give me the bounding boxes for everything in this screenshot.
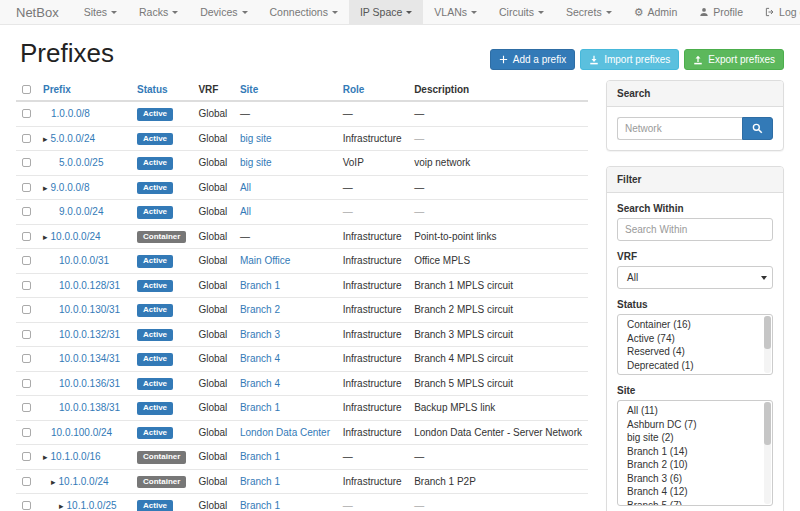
expand-caret-icon[interactable]: ▸ [59,501,64,511]
row-checkbox[interactable] [22,403,31,412]
row-checkbox[interactable] [22,379,31,388]
nav-item-profile[interactable]: Profile [688,0,754,24]
row-checkbox[interactable] [22,134,31,143]
scrollbar-track[interactable] [764,402,771,504]
nav-item-label: Racks [139,6,168,18]
listbox-option[interactable]: Container (16) [618,318,772,332]
import-prefixes-button[interactable]: Import prefixes [580,49,679,70]
description-value: voip network [414,157,470,168]
nav-item-admin[interactable]: ⚙Admin [623,0,689,24]
brand-logo[interactable]: NetBox [0,0,73,24]
prefix-link[interactable]: 10.0.0.128/31 [59,280,120,291]
listbox-option[interactable]: Branch 3 (6) [618,472,772,486]
prefix-link[interactable]: 10.1.0.0/25 [67,500,117,511]
column-header-role[interactable]: Role [337,79,408,101]
site-link[interactable]: Branch 4 [240,378,280,389]
site-listbox[interactable]: All (11)Ashburn DC (7)big site (2)Branch… [617,400,773,506]
row-checkbox[interactable] [22,354,31,363]
row-checkbox[interactable] [22,158,31,167]
prefix-link[interactable]: 10.0.0.136/31 [59,378,120,389]
column-header-site[interactable]: Site [234,79,337,101]
scrollbar-track[interactable] [764,316,771,373]
site-link[interactable]: Branch 1 [240,500,280,511]
search-button[interactable] [742,117,773,140]
prefix-link[interactable]: 10.0.0.130/31 [59,304,120,315]
site-link[interactable]: Branch 1 [240,402,280,413]
row-checkbox[interactable] [22,330,31,339]
nav-item-vlans[interactable]: VLANs [423,0,488,24]
expand-caret-icon[interactable]: ▸ [51,477,56,487]
nav-item-connections[interactable]: Connections [259,0,349,24]
listbox-option[interactable]: Deprecated (1) [618,359,772,373]
scrollbar-thumb[interactable] [764,316,771,349]
expand-caret-icon[interactable]: ▸ [43,183,48,193]
listbox-option[interactable]: big site (2) [618,431,772,445]
expand-caret-icon[interactable]: ▸ [43,452,48,462]
prefix-link[interactable]: 10.1.0.0/24 [59,476,109,487]
site-link[interactable]: Main Office [240,255,290,266]
listbox-option[interactable]: Ashburn DC (7) [618,418,772,432]
site-link[interactable]: Branch 1 [240,476,280,487]
row-checkbox[interactable] [22,256,31,265]
nav-item-circuits[interactable]: Circuits [488,0,555,24]
row-checkbox[interactable] [22,452,31,461]
prefix-link[interactable]: 9.0.0.0/24 [59,206,103,217]
column-header-prefix[interactable]: Prefix [37,79,131,101]
row-checkbox[interactable] [22,232,31,241]
prefix-link[interactable]: 10.0.0.138/31 [59,402,120,413]
site-link[interactable]: big site [240,157,272,168]
prefix-link[interactable]: 10.1.0.0/16 [51,451,101,462]
site-link[interactable]: All [240,206,251,217]
listbox-option[interactable]: Branch 5 (7) [618,499,772,507]
site-link[interactable]: Branch 1 [240,451,280,462]
prefix-link[interactable]: 5.0.0.0/25 [59,157,103,168]
prefix-link[interactable]: 1.0.0.0/8 [51,108,90,119]
nav-item-racks[interactable]: Racks [128,0,189,24]
prefix-link[interactable]: 10.0.0.134/31 [59,353,120,364]
row-checkbox[interactable] [22,281,31,290]
row-checkbox[interactable] [22,207,31,216]
vrf-cell: Global [192,298,234,323]
search-within-input[interactable] [617,218,773,241]
row-checkbox[interactable] [22,305,31,314]
site-link[interactable]: Branch 3 [240,329,280,340]
prefix-link[interactable]: 10.0.0.0/31 [59,255,109,266]
nav-item-secrets[interactable]: Secrets [555,0,623,24]
row-checkbox[interactable] [22,501,31,510]
vrf-select[interactable]: All [617,266,773,289]
listbox-option[interactable]: Branch 1 (14) [618,445,772,459]
expand-caret-icon[interactable]: ▸ [43,232,48,242]
row-checkbox[interactable] [22,428,31,437]
site-link[interactable]: All [240,182,251,193]
listbox-option[interactable]: All (11) [618,404,772,418]
listbox-option[interactable]: Branch 2 (10) [618,458,772,472]
nav-item-devices[interactable]: Devices [189,0,258,24]
nav-item-log-out[interactable]: Log out [754,0,800,24]
column-header-status[interactable]: Status [131,79,192,101]
expand-caret-icon[interactable]: ▸ [43,134,48,144]
search-input[interactable] [617,117,742,140]
nav-item-ip-space[interactable]: IP Space [349,0,423,24]
prefix-link[interactable]: 10.0.0.0/24 [51,231,101,242]
listbox-option[interactable]: Active (74) [618,332,772,346]
listbox-option[interactable]: Branch 4 (12) [618,485,772,499]
listbox-option[interactable]: Reserved (4) [618,345,772,359]
site-link[interactable]: big site [240,133,272,144]
prefix-link[interactable]: 10.0.100.0/24 [51,427,112,438]
status-listbox[interactable]: Container (16)Active (74)Reserved (4)Dep… [617,314,773,375]
site-link[interactable]: London Data Center [240,427,330,438]
site-link[interactable]: Branch 2 [240,304,280,315]
site-link[interactable]: Branch 4 [240,353,280,364]
row-checkbox[interactable] [22,183,31,192]
select-all-checkbox[interactable] [22,85,31,94]
add-a-prefix-button[interactable]: Add a prefix [490,49,575,70]
site-link[interactable]: Branch 1 [240,280,280,291]
prefix-link[interactable]: 9.0.0.0/8 [51,182,90,193]
row-checkbox[interactable] [22,477,31,486]
export-prefixes-button[interactable]: Export prefixes [684,49,784,70]
prefix-link[interactable]: 5.0.0.0/24 [51,133,95,144]
prefix-link[interactable]: 10.0.0.132/31 [59,329,120,340]
scrollbar-thumb[interactable] [764,402,771,445]
nav-item-sites[interactable]: Sites [73,0,128,24]
row-checkbox[interactable] [22,109,31,118]
